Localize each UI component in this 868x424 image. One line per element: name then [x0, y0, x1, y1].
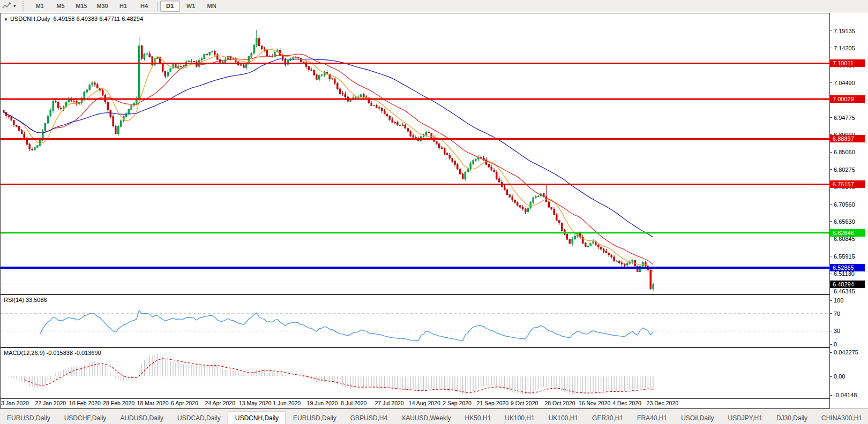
level-price-badge: 6.88897 [830, 135, 865, 142]
macd-tick-label: -0.04148 [830, 392, 857, 398]
axis-tick-mark [830, 204, 832, 205]
date-axis-label: 13 May 2020 [239, 400, 272, 406]
axis-tick-mark [830, 376, 832, 377]
axis-tick-mark [830, 256, 832, 256]
date-axis-label: 14 Aug 2020 [409, 400, 440, 406]
collapse-chart-icon[interactable]: ▼ [4, 17, 8, 22]
price-tick-label: 6.65630 [830, 218, 855, 225]
timeframe-button-m5[interactable]: M5 [51, 1, 71, 12]
macd-date-separator [0, 398, 867, 399]
chart-tab-dj30-daily[interactable]: DJ30,Daily [769, 412, 814, 424]
chart-symbol-label: USDCNH,Daily [10, 16, 50, 22]
axis-tick-mark [830, 313, 832, 314]
chart-tab-uk100-h1[interactable]: UK100,H1 [498, 412, 541, 424]
date-axis-label: 24 Apr 2020 [205, 400, 235, 406]
price-axis: 7.191357.142057.094207.044906.995606.947… [830, 13, 867, 408]
rsi-indicator-label: RSI(14) 33.5086 [4, 297, 47, 303]
chart-ohlc-values: 6.49158 6.49383 6.47711 6.48294 [50, 16, 143, 22]
chart-tab-eurusd-daily[interactable]: EURUSD,Daily [0, 412, 57, 424]
timeframe-button-m1[interactable]: M1 [30, 1, 50, 12]
timeframe-button-mn[interactable]: MN [202, 1, 222, 12]
chart-tab-fra40-h1[interactable]: FRA40,H1 [630, 412, 674, 424]
macd-tick-label: 0.042275 [830, 349, 858, 355]
date-axis-label: 22 Jan 2020 [35, 400, 66, 406]
timeframe-button-w1[interactable]: W1 [181, 1, 201, 12]
axis-tick-mark [830, 274, 832, 274]
macd-tick-label: 0.00 [830, 373, 845, 380]
chart-tab-usdchf-daily[interactable]: USDCHF,Daily [57, 412, 114, 424]
date-axis-label: 27 Jul 2020 [375, 400, 403, 406]
date-axis-label: 2 Sep 2020 [443, 400, 472, 406]
axis-tick-mark [830, 395, 832, 396]
chart-tab-ger30-h1[interactable]: GER30,H1 [585, 412, 630, 424]
chart-tab-usdcnh-daily[interactable]: USDCNH,Daily [228, 412, 286, 424]
timeframe-button-h4[interactable]: H4 [134, 1, 154, 12]
price-tick-label: 6.55915 [830, 253, 855, 260]
price-tick-label: 6.80275 [830, 166, 855, 173]
price-tick-label: 6.85060 [830, 149, 855, 155]
chart-tab-eurusd-daily[interactable]: EURUSD,Daily [286, 412, 343, 424]
macd-indicator-canvas[interactable] [1, 348, 829, 398]
chart-tab-audusd-daily[interactable]: AUDUSD,Daily [113, 412, 170, 424]
date-axis-label: 16 Nov 2020 [579, 400, 611, 406]
chart-tab-uk100-h1[interactable]: UK100,H1 [542, 412, 585, 424]
price-tick-label: 6.94775 [830, 115, 855, 121]
price-tick-label: 6.70560 [830, 201, 855, 208]
chart-tab-usdcad-daily[interactable]: USDCAD,Daily [170, 412, 228, 424]
price-tick-label: 7.14205 [830, 45, 855, 51]
chevron-down-icon[interactable]: ▾ [13, 3, 16, 9]
rsi-tick-label: 100 [830, 297, 843, 304]
chart-tab-usdjpy-h1[interactable]: USDJPY,H1 [721, 412, 769, 424]
rsi-tick-label: 30 [830, 328, 840, 334]
level-price-badge: 6.62646 [830, 229, 865, 237]
timeframe-button-h1[interactable]: H1 [114, 1, 133, 12]
axis-tick-mark [830, 82, 832, 83]
chart-tab-china300-h1[interactable]: CHINA300,H1 [814, 412, 868, 424]
timeframe-button-m30[interactable]: M30 [93, 1, 113, 12]
axis-tick-mark [830, 344, 832, 345]
macd-indicator-label: MACD(12,26,9) -0.015838 -0.013690 [4, 350, 101, 356]
price-tick-label: 6.46345 [830, 288, 855, 294]
timeframe-toolbar: ▾ M1M5M15M30H1H4D1W1MN [0, 0, 868, 12]
chart-tab-hk50-h1[interactable]: HK50,H1 [458, 412, 498, 424]
chart-tab-bar: EURUSD,DailyUSDCHF,DailyAUDUSD,DailyUSDC… [0, 408, 868, 424]
trading-platform-window: ▾ M1M5M15M30H1H4D1W1MN ▼USDCNH,Daily 6.4… [0, 0, 868, 424]
axis-tick-mark [830, 331, 832, 331]
axis-tick-mark [830, 31, 832, 31]
main-chart-canvas[interactable] [1, 13, 829, 294]
rsi-tick-label: 0 [830, 341, 837, 347]
toolbar-drag-handle[interactable] [23, 1, 26, 11]
date-axis-label: 6 Apr 2020 [171, 400, 198, 406]
axis-tick-mark [830, 117, 832, 118]
axis-tick-mark [830, 169, 832, 170]
price-tick-label: 7.04490 [830, 80, 855, 86]
level-price-badge: 7.00029 [830, 95, 865, 103]
date-axis-label: 10 Feb 2020 [69, 400, 101, 406]
timeframe-buttons: M1M5M15M30H1H4D1W1MN [29, 1, 222, 12]
level-price-badge: 7.10011 [830, 59, 865, 67]
current-price-badge: 6.48294 [830, 281, 865, 288]
chart-tab-gbpusd-h4[interactable]: GBPUSD,H4 [343, 412, 394, 424]
timeframe-group-separator [157, 1, 158, 11]
axis-tick-mark [830, 352, 832, 353]
rsi-indicator-canvas[interactable] [1, 295, 829, 347]
chart-tab-usoil-daily[interactable]: USOil,Daily [674, 412, 721, 424]
date-axis-label: 23 Dec 2020 [647, 400, 679, 406]
crosshair-tool-icon[interactable] [2, 2, 12, 10]
rsi-tick-label: 70 [830, 311, 840, 317]
axis-tick-mark [830, 48, 832, 48]
chart-tab-xauusd-weekly[interactable]: XAUUSD,Weekly [394, 412, 458, 424]
date-axis-label: 21 Sep 2020 [477, 400, 509, 406]
timeframe-button-m15[interactable]: M15 [72, 1, 92, 12]
date-axis-label: 19 Jun 2020 [307, 400, 338, 406]
chart-title: ▼USDCNH,Daily 6.49158 6.49383 6.47711 6.… [4, 16, 143, 22]
axis-tick-mark [830, 300, 832, 301]
axis-tick-mark [830, 239, 832, 239]
price-tick-label: 6.60845 [830, 236, 855, 242]
chart-tool-button[interactable]: ▾ [0, 1, 18, 12]
price-tick-label: 7.19135 [830, 28, 855, 34]
timeframe-button-d1[interactable]: D1 [160, 1, 180, 12]
axis-tick-mark [830, 291, 832, 291]
level-price-badge: 6.76157 [830, 180, 865, 188]
axis-tick-mark [830, 221, 832, 222]
